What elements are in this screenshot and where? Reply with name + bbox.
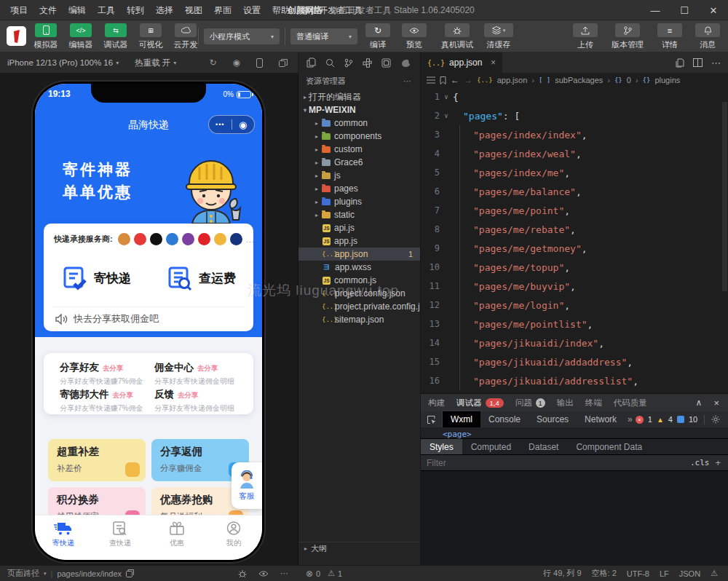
- hot-reload-select[interactable]: 热重载 开: [119, 58, 170, 68]
- more-tabs-icon[interactable]: [625, 414, 636, 424]
- outline-list-icon[interactable]: [427, 76, 435, 84]
- nav-back-icon[interactable]: [451, 75, 459, 85]
- fold-icon[interactable]: [440, 93, 453, 100]
- tree-folder-custom[interactable]: custom: [298, 143, 420, 156]
- overweight-tile[interactable]: 超重补差 补差价: [48, 439, 146, 481]
- tab-send-express[interactable]: 寄快递: [35, 515, 92, 560]
- tree-file-api-js[interactable]: JSapi.js: [298, 221, 420, 234]
- record-icon[interactable]: ◉: [233, 58, 240, 68]
- tree-folder-common[interactable]: common: [298, 116, 420, 130]
- upload-button[interactable]: 上传: [569, 23, 601, 50]
- panel-tab-output[interactable]: 输出: [557, 398, 574, 408]
- exit-target-icon[interactable]: [232, 119, 255, 130]
- devtools-tab-wxml[interactable]: Wxml: [443, 411, 480, 427]
- code-line[interactable]: 5"pages/index/me",: [421, 163, 728, 182]
- panel-tab-debugger[interactable]: 调试器: [456, 398, 482, 408]
- code-editor[interactable]: 1{ 2"pages": [ 3"pages/index/index", 4"p…: [421, 87, 728, 393]
- close-tab-icon[interactable]: [491, 58, 496, 68]
- details-button[interactable]: ≡ 详情: [654, 23, 686, 50]
- devtools-tab-console[interactable]: Console: [480, 411, 529, 427]
- open-changes-icon[interactable]: [675, 58, 684, 68]
- tree-file-app-js[interactable]: JSapp.js: [298, 234, 420, 248]
- component-data-tab[interactable]: Component Data: [567, 439, 651, 454]
- devtools-settings-icon[interactable]: [711, 415, 720, 424]
- extensions-icon[interactable]: [363, 58, 372, 68]
- source-control-icon[interactable]: [344, 58, 353, 68]
- statusbar-eye-icon[interactable]: [258, 571, 269, 577]
- panel-tab-build[interactable]: 构建: [428, 398, 445, 408]
- code-line[interactable]: 16"pages/jikuaidi/addresslist",: [421, 371, 728, 390]
- version-manage-button[interactable]: 版本管理: [607, 23, 648, 50]
- capsule-menu[interactable]: [208, 115, 255, 134]
- menu-project[interactable]: 项目: [4, 0, 33, 20]
- code-line[interactable]: 4"pages/index/weal",: [421, 144, 728, 163]
- tree-file-sitemap[interactable]: {..}sitemap.json: [298, 313, 420, 326]
- code-line[interactable]: 1{: [421, 87, 728, 106]
- panel-tab-code-quality[interactable]: 代码质量: [614, 398, 647, 408]
- tab-app-json[interactable]: {..} app.json: [421, 52, 502, 73]
- mode-select[interactable]: 小程序模式▾: [204, 28, 280, 44]
- styles-filter-input[interactable]: Filter: [427, 458, 446, 468]
- compile-button[interactable]: ↻ 编译: [361, 23, 395, 50]
- query-freight-button[interactable]: 查运费: [149, 257, 253, 299]
- cls-toggle[interactable]: .cls: [690, 458, 710, 467]
- menu-file[interactable]: 文件: [33, 0, 63, 20]
- maximize-button[interactable]: ☐: [670, 0, 699, 20]
- devtools-menu-icon[interactable]: [724, 414, 728, 424]
- code-line[interactable]: 10"pages/me/topup",: [421, 258, 728, 277]
- eol-setting[interactable]: LF: [660, 569, 669, 578]
- styles-tab[interactable]: Styles: [421, 439, 462, 454]
- project-root[interactable]: MP-WEIXIN: [298, 103, 420, 116]
- code-line[interactable]: 13"pages/me/pointlist",: [421, 315, 728, 333]
- menu-settings[interactable]: 设置: [237, 0, 266, 20]
- menu-edit[interactable]: 编辑: [63, 0, 92, 20]
- tree-file-project-private-config[interactable]: {..}project.private.config.js...: [298, 300, 420, 313]
- nav-forward-icon[interactable]: [464, 75, 472, 85]
- customer-service-float[interactable]: 客服: [232, 462, 262, 509]
- code-line[interactable]: 2"pages": [: [421, 106, 728, 125]
- tab-profile[interactable]: 我的: [205, 515, 262, 560]
- restart-icon[interactable]: ↻: [209, 58, 216, 68]
- commission-center-entry[interactable]: 佣金中心去分享 分享好友寄快递佣金明细: [154, 361, 234, 387]
- code-line[interactable]: 3"pages/index/index",: [421, 125, 728, 144]
- code-line[interactable]: 8"pages/me/rebate",: [421, 220, 728, 239]
- code-line[interactable]: 7"pages/me/point",: [421, 201, 728, 220]
- preview-panel-icon[interactable]: [381, 58, 391, 68]
- split-editor-icon[interactable]: [693, 58, 703, 67]
- more-menu-icon[interactable]: [209, 121, 232, 128]
- tree-file-project-config[interactable]: {..}project.config.json: [298, 287, 420, 300]
- tab-track-express[interactable]: 查快递: [92, 515, 149, 560]
- clear-cache-button[interactable]: ▾ 清缓存: [480, 23, 517, 50]
- search-icon[interactable]: [325, 58, 335, 68]
- dataset-tab[interactable]: Dataset: [520, 439, 567, 454]
- current-page-path[interactable]: pages/index/index: [57, 569, 122, 578]
- devtools-tab-network[interactable]: Network: [577, 411, 625, 427]
- menu-interface[interactable]: 界面: [208, 0, 237, 20]
- device-frame-icon[interactable]: [256, 58, 263, 68]
- statusbar-more-icon[interactable]: [280, 569, 288, 578]
- simulator-toggle[interactable]: 模拟器: [29, 23, 63, 50]
- explorer-more-icon[interactable]: [403, 76, 420, 86]
- page-path-select[interactable]: 页面路径: [7, 568, 39, 579]
- editor-toggle[interactable]: </> 编辑器: [64, 23, 98, 50]
- open-editors-section[interactable]: 打开的编辑器: [298, 90, 420, 103]
- cursor-position[interactable]: 行 49, 列 9: [543, 568, 582, 579]
- elements-tree-strip[interactable]: <page>: [421, 427, 728, 439]
- alert-icon[interactable]: ⚠: [711, 569, 718, 578]
- messages-button[interactable]: 消息: [692, 23, 724, 50]
- visualization-toggle[interactable]: ⊞ 可视化: [134, 23, 167, 50]
- more-actions-icon[interactable]: [711, 56, 721, 69]
- share-friend-entry[interactable]: 分享好友去分享 分享好友寄快递赚7%佣金: [60, 361, 143, 387]
- tree-folder-grace6[interactable]: Grace6: [298, 156, 420, 169]
- minimize-button[interactable]: —: [641, 0, 670, 20]
- tree-folder-pages[interactable]: pages: [298, 182, 420, 195]
- compile-mode-select[interactable]: 普通编译▾: [290, 28, 357, 44]
- debugger-toggle[interactable]: ⇆ 调试器: [99, 23, 132, 50]
- tree-folder-js[interactable]: js: [298, 169, 420, 182]
- crumb-subpackages[interactable]: subPackages: [555, 76, 603, 84]
- code-line[interactable]: 9"pages/me/getmoney",: [421, 239, 728, 258]
- menu-select[interactable]: 选择: [150, 0, 179, 20]
- menu-goto[interactable]: 转到: [121, 0, 150, 20]
- crumb-file[interactable]: app.json: [497, 76, 528, 84]
- code-line[interactable]: 11"pages/me/buyvip",: [421, 277, 728, 296]
